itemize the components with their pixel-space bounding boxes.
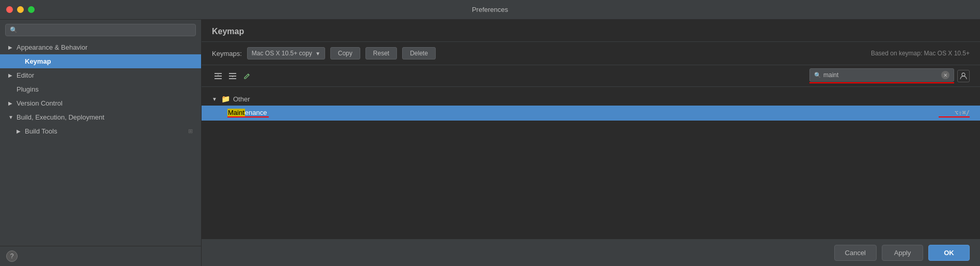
help-button[interactable]: ? [6, 250, 18, 262]
sidebar-item-label: Build, Execution, Deployment [17, 113, 104, 121]
copy-button[interactable]: Copy [330, 47, 360, 60]
action-toolbar: 🔍 ✕ [202, 65, 980, 87]
collapse-all-button[interactable] [226, 70, 239, 82]
page-title: Keymap [212, 27, 244, 36]
shortcut-area: ⌥⇧⌘/ [939, 109, 970, 117]
bottom-bar: Cancel Apply OK [202, 239, 980, 266]
close-button[interactable] [6, 6, 13, 13]
search-right-area: 🔍 ✕ [809, 68, 970, 83]
tree-item-maintenance[interactable]: Maintenance ⌥⇧⌘/ [202, 106, 980, 121]
tree-item-rest: enance [245, 109, 267, 116]
arrow-icon: ▶ [8, 100, 13, 106]
svg-marker-3 [218, 75, 219, 76]
svg-rect-4 [229, 73, 236, 74]
delete-button[interactable]: Delete [402, 47, 436, 60]
tree-group-label: Other [233, 95, 250, 103]
apply-button[interactable]: Apply [882, 245, 923, 261]
label-underline [227, 116, 269, 117]
sidebar-item-label: Appearance & Behavior [17, 43, 87, 51]
arrow-icon: ▶ [8, 72, 13, 78]
sidebar-item-plugins[interactable]: Plugins [0, 82, 201, 96]
sidebar-item-label: Editor [17, 71, 34, 79]
sidebar-search-container: 🔍 [5, 24, 196, 36]
cancel-button[interactable]: Cancel [834, 245, 877, 261]
build-tools-icon: ⊞ [188, 128, 193, 135]
keymap-toolbar: Keymaps: Mac OS X 10.5+ copy ▼ Copy Rese… [202, 42, 980, 65]
expand-all-button[interactable] [212, 70, 224, 82]
window-controls [6, 6, 35, 13]
search-field-wrapper: 🔍 ✕ [809, 68, 954, 83]
edit-icon-button[interactable] [241, 70, 253, 82]
sidebar-bottom: ? [0, 246, 201, 266]
filter-user-icon-button[interactable] [957, 70, 970, 82]
search-clear-button[interactable]: ✕ [941, 71, 950, 79]
keymap-selected-value: Mac OS X 10.5+ copy [252, 50, 312, 57]
based-on-label: Based on keymap: Mac OS X 10.5+ [871, 50, 970, 57]
svg-rect-1 [215, 76, 222, 77]
ok-button[interactable]: OK [928, 245, 970, 261]
folder-icon: 📁 [221, 95, 230, 103]
tree-item-highlight: Maint [227, 109, 245, 116]
sidebar-item-label: Build Tools [25, 127, 57, 135]
content-header: Keymap [202, 20, 980, 42]
search-field: 🔍 ✕ [809, 68, 954, 82]
arrow-icon: ▶ [8, 45, 13, 50]
sidebar-item-build-tools[interactable]: ▶ Build Tools ⊞ [0, 124, 201, 138]
svg-rect-0 [215, 73, 222, 74]
minimize-button[interactable] [17, 6, 24, 13]
keymaps-label: Keymaps: [212, 50, 242, 57]
main-layout: 🔍 ▶ Appearance & Behavior Keymap ▶ Edito… [0, 20, 980, 266]
shortcut-underline [939, 116, 970, 117]
sidebar-item-appearance[interactable]: ▶ Appearance & Behavior [0, 40, 201, 54]
reset-button[interactable]: Reset [365, 47, 397, 60]
chevron-down-icon: ▼ [315, 51, 320, 56]
keymap-dropdown[interactable]: Mac OS X 10.5+ copy ▼ [247, 47, 325, 60]
tree-arrow-icon: ▼ [212, 96, 218, 102]
sidebar-item-version-control[interactable]: ▶ Version Control [0, 96, 201, 110]
tree-item-content: Maintenance [227, 109, 939, 117]
tree-area: ▼ 📁 Other Maintenance ⌥⇧⌘/ [202, 87, 980, 239]
svg-rect-2 [215, 78, 222, 79]
window-title: Preferences [472, 6, 508, 13]
sidebar-item-editor[interactable]: ▶ Editor [0, 68, 201, 82]
tree-group-other: ▼ 📁 Other Maintenance ⌥⇧⌘/ [202, 90, 980, 123]
sidebar: 🔍 ▶ Appearance & Behavior Keymap ▶ Edito… [0, 20, 202, 266]
sidebar-search-input[interactable] [21, 26, 191, 34]
tree-item-label: Maintenance [227, 109, 939, 116]
sidebar-item-keymap[interactable]: Keymap [0, 54, 201, 68]
arrow-icon: ▶ [17, 128, 22, 134]
svg-rect-7 [229, 78, 236, 79]
maximize-button[interactable] [28, 6, 35, 13]
search-icon: 🔍 [10, 26, 18, 34]
sidebar-items-list: ▶ Appearance & Behavior Keymap ▶ Editor … [0, 40, 201, 246]
content-area: Keymap Keymaps: Mac OS X 10.5+ copy ▼ Co… [202, 20, 980, 266]
tree-group-other-header[interactable]: ▼ 📁 Other [202, 92, 980, 106]
search-field-icon: 🔍 [814, 72, 821, 79]
sidebar-item-label: Version Control [17, 99, 63, 107]
titlebar: Preferences [0, 0, 980, 20]
sidebar-item-build-execution-deployment[interactable]: ▼ Build, Execution, Deployment [0, 110, 201, 124]
search-underline [809, 82, 954, 83]
arrow-icon: ▼ [8, 114, 13, 120]
svg-point-8 [962, 73, 965, 76]
sidebar-item-label: Plugins [17, 85, 39, 93]
tree-item-shortcut: ⌥⇧⌘/ [955, 109, 970, 116]
sidebar-item-label: Keymap [25, 57, 51, 65]
keymap-search-input[interactable] [823, 71, 939, 79]
